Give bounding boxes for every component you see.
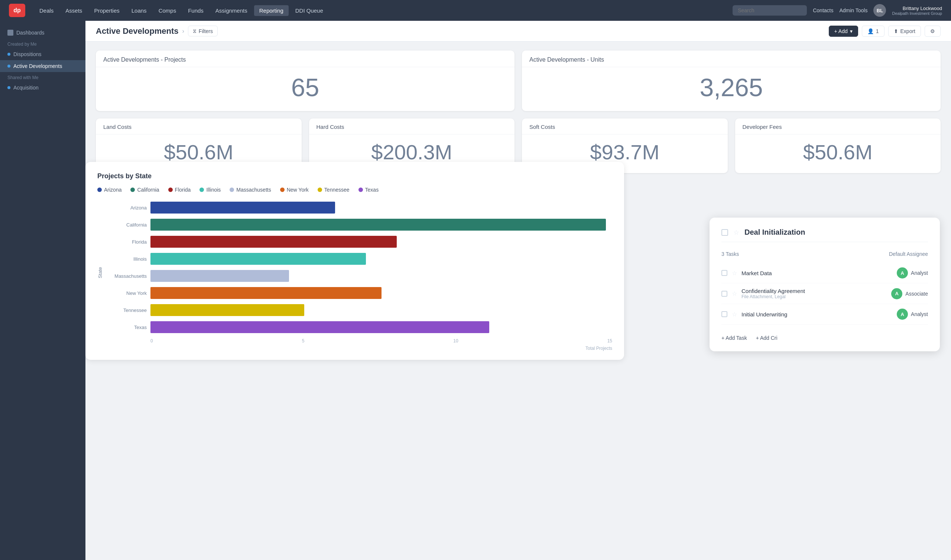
legend-label-illinois: Illinois xyxy=(206,187,221,193)
sidebar-item-acquisition[interactable]: Acquisition xyxy=(0,82,85,94)
task-name: Market Data xyxy=(742,270,892,276)
deal-panel-header: ☆ Deal Initialization xyxy=(722,228,928,242)
chart-footer: Total Projects xyxy=(97,346,612,351)
filters-button[interactable]: ⧖ Filters xyxy=(188,26,218,36)
metric-cards-row: Active Developments - Projects 65 Active… xyxy=(96,51,940,111)
logo[interactable]: dp xyxy=(9,4,25,17)
task-checkbox[interactable] xyxy=(722,311,727,317)
nav-loans[interactable]: Loans xyxy=(126,5,152,16)
task-star-icon[interactable]: ☆ xyxy=(732,311,737,318)
assignee-name: Analyst xyxy=(911,270,928,276)
bar-state-label: Florida xyxy=(106,239,147,245)
legend-label-tennessee: Tennessee xyxy=(324,187,349,193)
sidebar-item-active-developments[interactable]: Active Developments xyxy=(0,60,85,72)
bar-state-label: California xyxy=(106,222,147,228)
legend-item-new york: New York xyxy=(280,187,309,193)
nav-menu: Deals Assets Properties Loans Comps Fund… xyxy=(34,5,732,16)
task-name: Initial Underwriting xyxy=(742,311,892,317)
share-count: 1 xyxy=(876,28,879,34)
bar-track xyxy=(151,236,612,248)
task-info: Market Data xyxy=(742,270,892,276)
assignee-name: Analyst xyxy=(911,311,928,317)
avatar[interactable]: BL xyxy=(873,4,886,17)
task-row: ☆ Initial Underwriting A Analyst xyxy=(722,304,928,325)
x-tick: 0 xyxy=(151,338,153,343)
add-task-button[interactable]: + Add Task xyxy=(722,335,747,341)
bar-fill xyxy=(151,253,366,265)
bar-row: California xyxy=(106,219,612,231)
top-navigation: dp Deals Assets Properties Loans Comps F… xyxy=(0,0,951,21)
x-tick: 15 xyxy=(607,338,612,343)
task-star-icon[interactable]: ☆ xyxy=(732,269,737,277)
deal-checkbox[interactable] xyxy=(722,229,728,236)
nav-comps[interactable]: Comps xyxy=(154,5,182,16)
dispositions-label: Dispositions xyxy=(13,51,41,57)
units-metric-card: Active Developments - Units 3,265 xyxy=(522,51,940,111)
user-org: Dealpath Investment Group xyxy=(892,11,942,15)
sidebar-item-dispositions[interactable]: Dispositions xyxy=(0,48,85,60)
task-assignee: A Analyst xyxy=(897,268,928,278)
legend-color-illinois xyxy=(200,188,204,192)
bar-fill xyxy=(151,219,606,231)
content-area: Active Developments › ⧖ Filters + Add ▾ … xyxy=(85,21,951,560)
dashboards-label[interactable]: Dashboards xyxy=(16,30,45,35)
deal-star-icon[interactable]: ☆ xyxy=(733,228,739,237)
land-costs-header: Land Costs xyxy=(96,118,302,134)
task-checkbox[interactable] xyxy=(722,291,727,297)
chart-area: State Arizona California Florida Illinoi… xyxy=(97,202,612,343)
active-dev-dot xyxy=(8,65,11,68)
acquisition-label: Acquisition xyxy=(13,85,38,91)
bar-track xyxy=(151,270,612,282)
assignee-name: Associate xyxy=(905,291,928,297)
chart-panel: Projects by State ArizonaCaliforniaFlori… xyxy=(85,162,624,360)
nav-ddi-queue[interactable]: DDI Queue xyxy=(290,5,328,16)
bar-row: Texas xyxy=(106,321,612,333)
contacts-link[interactable]: Contacts xyxy=(813,8,833,13)
legend-color-california xyxy=(131,188,135,192)
add-cri-button[interactable]: + Add Cri xyxy=(756,335,777,341)
x-tick: 5 xyxy=(302,338,305,343)
nav-reporting[interactable]: Reporting xyxy=(254,5,289,16)
legend-color-florida xyxy=(168,188,173,192)
content-header: Active Developments › ⧖ Filters + Add ▾ … xyxy=(85,21,951,42)
admin-tools-link[interactable]: Admin Tools xyxy=(839,8,868,13)
bar-row: Illinois xyxy=(106,253,612,265)
legend-color-texas xyxy=(359,188,363,192)
nav-funds[interactable]: Funds xyxy=(183,5,209,16)
task-sub: File Attachment, Legal xyxy=(742,294,887,299)
hard-costs-header: Hard Costs xyxy=(309,118,515,134)
assignee-header: Default Assignee xyxy=(889,251,928,257)
task-checkbox[interactable] xyxy=(722,270,727,276)
projects-card-label: Active Developments - Projects xyxy=(103,57,186,63)
export-button[interactable]: ⬆ Export xyxy=(888,26,921,37)
legend-item-tennessee: Tennessee xyxy=(318,187,349,193)
filter-icon: ⧖ xyxy=(193,28,197,34)
tasks-count: 3 Tasks xyxy=(722,251,739,257)
add-button[interactable]: + Add ▾ xyxy=(829,26,858,37)
nav-properties[interactable]: Properties xyxy=(89,5,125,16)
sidebar: Dashboards Created by Me Dispositions Ac… xyxy=(0,21,85,560)
legend-item-arizona: Arizona xyxy=(97,187,122,193)
nav-assets[interactable]: Assets xyxy=(60,5,87,16)
acquisition-dot xyxy=(8,86,11,89)
bar-track xyxy=(151,287,612,299)
nav-deals[interactable]: Deals xyxy=(34,5,59,16)
legend-label-arizona: Arizona xyxy=(104,187,122,193)
bar-fill xyxy=(151,287,382,299)
nav-assignments[interactable]: Assignments xyxy=(210,5,252,16)
legend-color-massachusetts xyxy=(229,188,234,192)
deal-panel-title: Deal Initialization xyxy=(745,228,805,237)
task-star-icon[interactable]: ☆ xyxy=(732,290,737,297)
developer-fees-header: Developer Fees xyxy=(735,118,941,134)
share-button[interactable]: 👤 1 xyxy=(862,26,885,37)
projects-metric-card: Active Developments - Projects 65 xyxy=(96,51,514,111)
legend-color-new york xyxy=(280,188,285,192)
developer-fees-value: $50.6M xyxy=(735,134,941,173)
settings-button[interactable]: ⚙ xyxy=(925,26,940,37)
legend-label-new york: New York xyxy=(287,187,309,193)
bar-fill xyxy=(151,321,489,333)
tasks-container: ☆ Market Data A Analyst ☆ Confidentialit… xyxy=(722,263,928,325)
add-label: + Add xyxy=(834,28,848,34)
units-card-value: 3,265 xyxy=(522,67,940,111)
search-input[interactable] xyxy=(732,5,807,15)
